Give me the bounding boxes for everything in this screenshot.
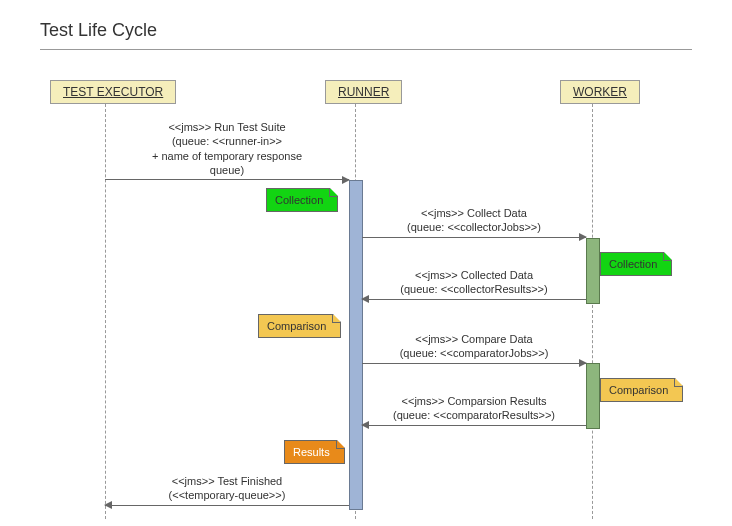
msg-text: <<jms>> Test Finished (<<temporary-queue… bbox=[105, 474, 349, 503]
msg-compare-data: <<jms>> Compare Data (queue: <<comparato… bbox=[362, 332, 586, 364]
lifeline-worker bbox=[592, 104, 593, 519]
note-collection-runner: Collection bbox=[266, 188, 338, 212]
msg-text: <<jms>> Run Test Suite (queue: <<runner-… bbox=[105, 120, 349, 177]
t: (queue: <<collectorJobs>>) bbox=[407, 221, 541, 233]
participant-executor: TEST EXECUTOR bbox=[50, 80, 176, 104]
page-title: Test Life Cycle bbox=[40, 20, 692, 41]
msg-comparison-results: <<jms>> Comparsion Results (queue: <<com… bbox=[362, 394, 586, 426]
participant-worker: WORKER bbox=[560, 80, 640, 104]
t: <<jms>> Comparsion Results bbox=[402, 395, 547, 407]
msg-run-test-suite: <<jms>> Run Test Suite (queue: <<runner-… bbox=[105, 120, 349, 180]
participant-runner: RUNNER bbox=[325, 80, 402, 104]
msg-text: <<jms>> Compare Data (queue: <<comparato… bbox=[362, 332, 586, 361]
t: (<<temporary-queue>>) bbox=[169, 489, 286, 501]
arrow bbox=[362, 299, 586, 300]
t: + name of temporary response bbox=[152, 150, 302, 162]
t: <<jms>> Compare Data bbox=[415, 333, 532, 345]
note-comparison-runner: Comparison bbox=[258, 314, 341, 338]
t: queue) bbox=[210, 164, 244, 176]
t: <<jms>> Collected Data bbox=[415, 269, 533, 281]
note-results-runner: Results bbox=[284, 440, 345, 464]
note-comparison-worker: Comparison bbox=[600, 378, 683, 402]
msg-collected-data: <<jms>> Collected Data (queue: <<collect… bbox=[362, 268, 586, 300]
arrow bbox=[362, 425, 586, 426]
arrow bbox=[105, 179, 349, 180]
activation-worker-comparison bbox=[586, 363, 600, 429]
msg-text: <<jms>> Collect Data (queue: <<collector… bbox=[362, 206, 586, 235]
t: (queue: <<comparatorJobs>>) bbox=[400, 347, 549, 359]
activation-runner bbox=[349, 180, 363, 510]
msg-test-finished: <<jms>> Test Finished (<<temporary-queue… bbox=[105, 474, 349, 506]
arrow bbox=[362, 237, 586, 238]
msg-text: <<jms>> Comparsion Results (queue: <<com… bbox=[362, 394, 586, 423]
activation-worker-collection bbox=[586, 238, 600, 304]
t: <<jms>> Collect Data bbox=[421, 207, 527, 219]
msg-text: <<jms>> Collected Data (queue: <<collect… bbox=[362, 268, 586, 297]
t: <<jms>> Run Test Suite bbox=[168, 121, 285, 133]
t: (queue: <<collectorResults>>) bbox=[400, 283, 547, 295]
sequence-diagram: TEST EXECUTOR RUNNER WORKER <<jms>> Run … bbox=[40, 80, 680, 520]
t: (queue: <<comparatorResults>>) bbox=[393, 409, 555, 421]
t: (queue: <<runner-in>> bbox=[172, 135, 282, 147]
arrow bbox=[105, 505, 349, 506]
note-collection-worker: Collection bbox=[600, 252, 672, 276]
msg-collect-data: <<jms>> Collect Data (queue: <<collector… bbox=[362, 206, 586, 238]
t: <<jms>> Test Finished bbox=[172, 475, 282, 487]
title-rule bbox=[40, 49, 692, 50]
arrow bbox=[362, 363, 586, 364]
